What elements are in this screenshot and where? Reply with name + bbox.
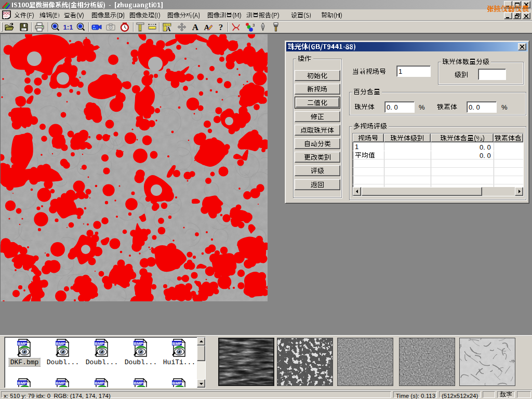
svg-text:BMP: BMP [56, 381, 65, 385]
svg-text:BMP: BMP [134, 381, 143, 385]
svg-text:BMP: BMP [95, 341, 104, 346]
svg-text:BMP: BMP [172, 381, 182, 385]
svg-text:BMP: BMP [18, 341, 27, 346]
svg-text:BMP: BMP [18, 381, 27, 385]
svg-text:3: 3 [252, 23, 255, 28]
svg-text:BMP: BMP [172, 341, 182, 346]
svg-text:BMP: BMP [134, 341, 143, 346]
svg-text:A: A [192, 22, 199, 32]
svg-text:BMP: BMP [95, 381, 104, 385]
svg-text:A: A [204, 23, 210, 32]
svg-text:DOC: DOC [3, 11, 10, 15]
svg-text:1:1: 1:1 [63, 23, 73, 31]
svg-text:?: ? [219, 22, 223, 32]
svg-text:BMP: BMP [56, 341, 65, 346]
svg-text:A: A [166, 25, 171, 32]
